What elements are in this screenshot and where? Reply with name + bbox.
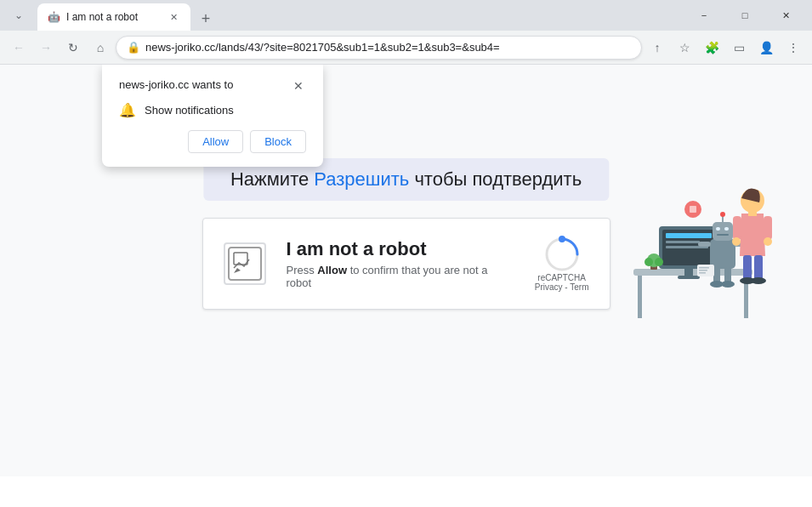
svg-rect-20 — [722, 216, 724, 223]
svg-rect-10 — [666, 233, 712, 238]
popup-close-button[interactable]: ✕ — [291, 78, 306, 94]
svg-point-41 — [655, 258, 663, 266]
address-bar[interactable]: 🔒 news-joriko.cc/lands/43/?site=8021705&… — [116, 36, 642, 60]
recaptcha-sub-before: Press — [287, 264, 318, 276]
svg-rect-19 — [717, 234, 729, 236]
block-button[interactable]: Block — [250, 130, 306, 153]
svg-rect-29 — [748, 212, 757, 216]
tab-favicon: 🤖 — [48, 11, 60, 23]
recaptcha-title: I am not a robot — [287, 238, 514, 260]
minimize-btn[interactable]: − — [684, 2, 724, 29]
close-btn[interactable]: ✕ — [766, 2, 805, 29]
window-controls: − □ ✕ — [684, 2, 805, 29]
main-text-after: чтобы подтвердить — [409, 168, 582, 190]
new-tab-button[interactable]: + — [194, 7, 218, 31]
svg-rect-15 — [710, 239, 735, 269]
svg-rect-22 — [698, 242, 711, 247]
sidebar-button[interactable]: ▭ — [727, 36, 751, 60]
recaptcha-sub-allow: Allow — [317, 264, 347, 276]
svg-point-37 — [751, 277, 766, 284]
svg-marker-2 — [234, 268, 241, 273]
allow-button[interactable]: Allow — [188, 130, 243, 153]
svg-point-33 — [764, 237, 772, 246]
office-illustration-svg — [608, 107, 778, 362]
dropdown-btn[interactable]: ⌄ — [7, 2, 31, 29]
recaptcha-card: I am not a robot Press Allow to confirm … — [202, 218, 610, 310]
maximize-btn[interactable]: □ — [725, 2, 764, 29]
recaptcha-text: I am not a robot Press Allow to confirm … — [287, 238, 514, 289]
recaptcha-label: reCAPTCHA — [537, 273, 586, 282]
svg-rect-31 — [764, 216, 772, 240]
popup-header: news-joriko.cc wants to ✕ — [119, 78, 306, 94]
recaptcha-logo — [224, 242, 266, 285]
window-frame: ⌄ 🤖 I am not a robot ✕ + − □ ✕ ← → ↻ ⌂ 🔒… — [0, 0, 812, 476]
profile-button[interactable]: 👤 — [754, 36, 778, 60]
svg-point-32 — [732, 237, 741, 246]
lock-icon: 🔒 — [127, 41, 140, 54]
main-text-allow: Разрешить — [314, 168, 409, 190]
svg-rect-43 — [690, 206, 696, 213]
svg-rect-6 — [638, 276, 642, 318]
svg-rect-47 — [699, 272, 706, 274]
svg-rect-1 — [234, 253, 247, 265]
notification-popup: news-joriko.cc wants to ✕ 🔔 Show notific… — [102, 65, 323, 167]
address-actions: ↑ ☆ 🧩 ▭ 👤 ⋮ — [645, 36, 805, 60]
home-button[interactable]: ⌂ — [88, 36, 112, 60]
svg-rect-46 — [699, 270, 707, 271]
extension-button[interactable]: 🧩 — [700, 36, 724, 60]
bookmark-button[interactable]: ☆ — [673, 36, 696, 60]
popup-actions: Allow Block — [119, 130, 306, 153]
menu-button[interactable]: ⋮ — [781, 36, 805, 60]
illustration — [608, 107, 778, 379]
forward-button[interactable]: → — [34, 36, 58, 60]
main-text-before: Нажмите — [230, 168, 314, 190]
svg-point-4 — [559, 236, 565, 242]
share-button[interactable]: ↑ — [645, 36, 669, 60]
recaptcha-badge: reCAPTCHA Privacy - Term — [535, 236, 589, 292]
recaptcha-spinner-svg — [543, 236, 581, 273]
svg-rect-34 — [743, 255, 752, 281]
recaptcha-subtitle: Press Allow to confirm that you are not … — [287, 264, 514, 289]
page-content: news-joriko.cc wants to ✕ 🔔 Show notific… — [0, 65, 812, 476]
recaptcha-logo-svg — [225, 244, 264, 283]
svg-rect-18 — [724, 227, 729, 231]
popup-title: news-joriko.cc wants to — [119, 78, 233, 91]
url-text: news-joriko.cc/lands/43/?site=8021705&su… — [145, 41, 631, 54]
popup-notification-item: 🔔 Show notifications — [119, 102, 306, 118]
recaptcha-links: Privacy - Term — [535, 282, 589, 292]
svg-rect-45 — [699, 267, 709, 269]
active-tab[interactable]: 🤖 I am not a robot ✕ — [37, 3, 190, 31]
svg-rect-30 — [733, 216, 741, 240]
back-button[interactable]: ← — [7, 36, 31, 60]
svg-rect-11 — [666, 241, 700, 243]
tab-close-btn[interactable]: ✕ — [167, 10, 180, 24]
reload-button[interactable]: ↻ — [61, 36, 85, 60]
tab-bar: 🤖 I am not a robot ✕ + — [37, 0, 684, 31]
bell-icon: 🔔 — [119, 102, 136, 118]
svg-rect-17 — [716, 227, 720, 231]
popup-item-text: Show notifications — [145, 104, 234, 117]
svg-point-27 — [721, 281, 735, 288]
svg-rect-16 — [713, 222, 733, 241]
svg-point-40 — [644, 258, 653, 266]
tab-title: I am not a robot — [66, 11, 160, 23]
title-bar: ⌄ 🤖 I am not a robot ✕ + − □ ✕ — [0, 0, 812, 31]
svg-rect-35 — [754, 255, 763, 281]
svg-point-21 — [720, 212, 725, 217]
svg-rect-14 — [678, 276, 700, 279]
address-row: ← → ↻ ⌂ 🔒 news-joriko.cc/lands/43/?site=… — [0, 31, 812, 65]
